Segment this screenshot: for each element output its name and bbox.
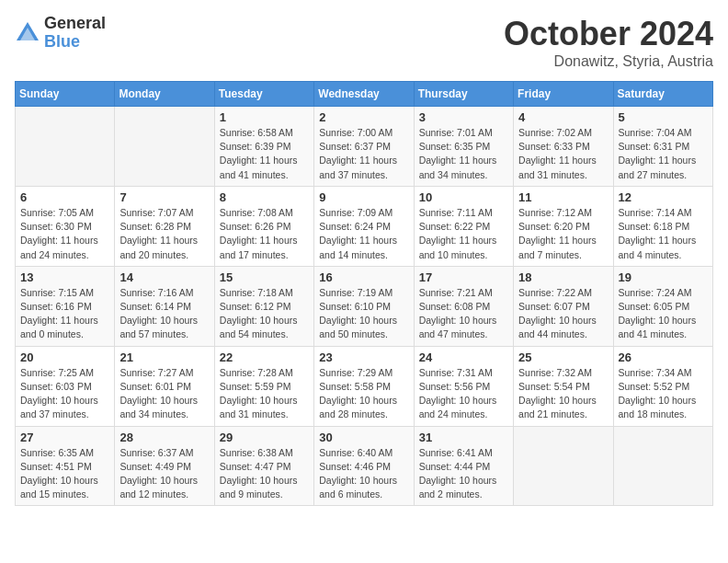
day-info: Sunrise: 7:09 AM Sunset: 6:24 PM Dayligh… <box>319 206 408 262</box>
day-number: 15 <box>220 270 309 284</box>
day-number: 14 <box>119 270 209 284</box>
day-number: 16 <box>319 270 408 284</box>
day-info: Sunrise: 7:32 AM Sunset: 5:54 PM Dayligh… <box>518 366 608 422</box>
day-info: Sunrise: 7:08 AM Sunset: 6:26 PM Dayligh… <box>220 206 309 262</box>
calendar-cell: 15Sunrise: 7:18 AM Sunset: 6:12 PM Dayli… <box>214 266 313 346</box>
day-info: Sunrise: 7:28 AM Sunset: 5:59 PM Dayligh… <box>220 366 309 422</box>
calendar-cell: 16Sunrise: 7:19 AM Sunset: 6:10 PM Dayli… <box>314 266 414 346</box>
day-number: 24 <box>419 350 508 364</box>
day-info: Sunrise: 7:11 AM Sunset: 6:22 PM Dayligh… <box>419 206 508 262</box>
calendar-week-row: 1Sunrise: 6:58 AM Sunset: 6:39 PM Daylig… <box>16 107 713 187</box>
weekday-header-tuesday: Tuesday <box>214 82 313 107</box>
calendar-week-row: 6Sunrise: 7:05 AM Sunset: 6:30 PM Daylig… <box>16 186 713 266</box>
day-info: Sunrise: 7:22 AM Sunset: 6:07 PM Dayligh… <box>518 286 608 342</box>
weekday-header-friday: Friday <box>514 82 613 107</box>
calendar-cell: 27Sunrise: 6:35 AM Sunset: 4:51 PM Dayli… <box>16 426 115 506</box>
day-info: Sunrise: 7:24 AM Sunset: 6:05 PM Dayligh… <box>619 286 708 342</box>
calendar-cell: 18Sunrise: 7:22 AM Sunset: 6:07 PM Dayli… <box>514 266 613 346</box>
day-number: 21 <box>119 350 209 364</box>
calendar-cell: 4Sunrise: 7:02 AM Sunset: 6:33 PM Daylig… <box>514 107 613 187</box>
calendar-cell: 30Sunrise: 6:40 AM Sunset: 4:46 PM Dayli… <box>314 426 414 506</box>
day-number: 29 <box>220 431 309 444</box>
calendar-cell: 31Sunrise: 6:41 AM Sunset: 4:44 PM Dayli… <box>414 426 513 506</box>
calendar-cell: 23Sunrise: 7:29 AM Sunset: 5:58 PM Dayli… <box>314 346 414 426</box>
calendar-cell: 3Sunrise: 7:01 AM Sunset: 6:35 PM Daylig… <box>414 107 513 187</box>
calendar-cell <box>115 107 214 187</box>
month-title: October 2024 <box>504 15 713 53</box>
day-info: Sunrise: 7:15 AM Sunset: 6:16 PM Dayligh… <box>20 286 109 342</box>
day-info: Sunrise: 7:00 AM Sunset: 6:37 PM Dayligh… <box>319 126 408 182</box>
calendar-cell: 21Sunrise: 7:27 AM Sunset: 6:01 PM Dayli… <box>115 346 214 426</box>
logo-general-text: General <box>44 15 106 33</box>
calendar-cell: 17Sunrise: 7:21 AM Sunset: 6:08 PM Dayli… <box>414 266 513 346</box>
weekday-header-sunday: Sunday <box>16 82 115 107</box>
page-header: General Blue October 2024 Donawitz, Styr… <box>15 15 713 70</box>
location-subtitle: Donawitz, Styria, Austria <box>504 53 713 70</box>
day-info: Sunrise: 7:31 AM Sunset: 5:56 PM Dayligh… <box>419 366 508 422</box>
day-number: 5 <box>619 110 708 124</box>
calendar-cell: 5Sunrise: 7:04 AM Sunset: 6:31 PM Daylig… <box>613 107 712 187</box>
day-number: 18 <box>518 270 608 284</box>
calendar-cell: 2Sunrise: 7:00 AM Sunset: 6:37 PM Daylig… <box>314 107 414 187</box>
calendar-cell: 13Sunrise: 7:15 AM Sunset: 6:16 PM Dayli… <box>16 266 115 346</box>
day-number: 31 <box>419 431 508 444</box>
calendar-cell: 19Sunrise: 7:24 AM Sunset: 6:05 PM Dayli… <box>613 266 712 346</box>
day-info: Sunrise: 7:18 AM Sunset: 6:12 PM Dayligh… <box>220 286 309 342</box>
logo-text: General Blue <box>44 15 106 52</box>
calendar-cell: 28Sunrise: 6:37 AM Sunset: 4:49 PM Dayli… <box>115 426 214 506</box>
day-info: Sunrise: 6:37 AM Sunset: 4:49 PM Dayligh… <box>119 446 209 502</box>
day-info: Sunrise: 6:38 AM Sunset: 4:47 PM Dayligh… <box>220 446 309 502</box>
day-info: Sunrise: 7:04 AM Sunset: 6:31 PM Dayligh… <box>619 126 708 182</box>
day-number: 1 <box>220 110 309 124</box>
weekday-header-monday: Monday <box>115 82 214 107</box>
day-number: 27 <box>20 431 109 444</box>
day-number: 6 <box>20 190 109 204</box>
day-info: Sunrise: 7:19 AM Sunset: 6:10 PM Dayligh… <box>319 286 408 342</box>
title-section: October 2024 Donawitz, Styria, Austria <box>504 15 713 70</box>
day-number: 20 <box>20 350 109 364</box>
day-number: 17 <box>419 270 508 284</box>
day-info: Sunrise: 7:05 AM Sunset: 6:30 PM Dayligh… <box>20 206 109 262</box>
day-info: Sunrise: 7:27 AM Sunset: 6:01 PM Dayligh… <box>119 366 209 422</box>
calendar-cell: 24Sunrise: 7:31 AM Sunset: 5:56 PM Dayli… <box>414 346 513 426</box>
day-info: Sunrise: 7:01 AM Sunset: 6:35 PM Dayligh… <box>419 126 508 182</box>
day-number: 25 <box>518 350 608 364</box>
calendar-cell: 29Sunrise: 6:38 AM Sunset: 4:47 PM Dayli… <box>214 426 313 506</box>
day-info: Sunrise: 7:02 AM Sunset: 6:33 PM Dayligh… <box>518 126 608 182</box>
day-info: Sunrise: 7:12 AM Sunset: 6:20 PM Dayligh… <box>518 206 608 262</box>
day-info: Sunrise: 6:41 AM Sunset: 4:44 PM Dayligh… <box>419 446 508 502</box>
day-number: 12 <box>619 190 708 204</box>
calendar-cell: 9Sunrise: 7:09 AM Sunset: 6:24 PM Daylig… <box>314 186 414 266</box>
calendar-week-row: 20Sunrise: 7:25 AM Sunset: 6:03 PM Dayli… <box>16 346 713 426</box>
weekday-header-wednesday: Wednesday <box>314 82 414 107</box>
day-info: Sunrise: 7:07 AM Sunset: 6:28 PM Dayligh… <box>119 206 209 262</box>
calendar-cell <box>16 107 115 187</box>
day-info: Sunrise: 7:21 AM Sunset: 6:08 PM Dayligh… <box>419 286 508 342</box>
day-info: Sunrise: 6:35 AM Sunset: 4:51 PM Dayligh… <box>20 446 109 502</box>
day-number: 30 <box>319 431 408 444</box>
day-number: 19 <box>619 270 708 284</box>
calendar-cell: 14Sunrise: 7:16 AM Sunset: 6:14 PM Dayli… <box>115 266 214 346</box>
calendar-cell: 7Sunrise: 7:07 AM Sunset: 6:28 PM Daylig… <box>115 186 214 266</box>
calendar-cell <box>514 426 613 506</box>
weekday-header-row: SundayMondayTuesdayWednesdayThursdayFrid… <box>16 82 713 107</box>
calendar-cell: 20Sunrise: 7:25 AM Sunset: 6:03 PM Dayli… <box>16 346 115 426</box>
day-number: 2 <box>319 110 408 124</box>
day-info: Sunrise: 6:40 AM Sunset: 4:46 PM Dayligh… <box>319 446 408 502</box>
calendar-cell: 8Sunrise: 7:08 AM Sunset: 6:26 PM Daylig… <box>214 186 313 266</box>
calendar-cell: 11Sunrise: 7:12 AM Sunset: 6:20 PM Dayli… <box>514 186 613 266</box>
day-number: 3 <box>419 110 508 124</box>
weekday-header-saturday: Saturday <box>613 82 712 107</box>
calendar-cell: 1Sunrise: 6:58 AM Sunset: 6:39 PM Daylig… <box>214 107 313 187</box>
day-number: 9 <box>319 190 408 204</box>
day-number: 8 <box>220 190 309 204</box>
weekday-header-thursday: Thursday <box>414 82 513 107</box>
calendar-cell: 22Sunrise: 7:28 AM Sunset: 5:59 PM Dayli… <box>214 346 313 426</box>
calendar-cell: 6Sunrise: 7:05 AM Sunset: 6:30 PM Daylig… <box>16 186 115 266</box>
calendar-week-row: 27Sunrise: 6:35 AM Sunset: 4:51 PM Dayli… <box>16 426 713 506</box>
day-number: 4 <box>518 110 608 124</box>
calendar-week-row: 13Sunrise: 7:15 AM Sunset: 6:16 PM Dayli… <box>16 266 713 346</box>
calendar-cell: 10Sunrise: 7:11 AM Sunset: 6:22 PM Dayli… <box>414 186 513 266</box>
calendar-cell: 12Sunrise: 7:14 AM Sunset: 6:18 PM Dayli… <box>613 186 712 266</box>
calendar-cell: 25Sunrise: 7:32 AM Sunset: 5:54 PM Dayli… <box>514 346 613 426</box>
